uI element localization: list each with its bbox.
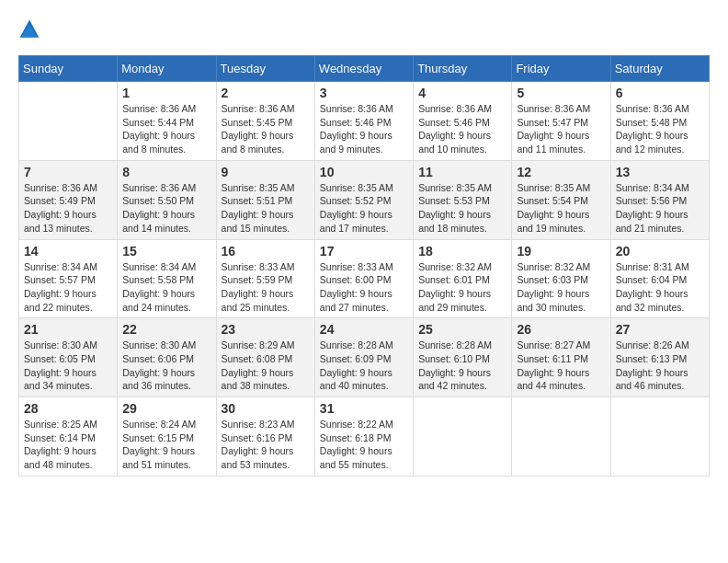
day-info: Sunrise: 8:33 AM Sunset: 5:59 PM Dayligh…	[222, 260, 310, 315]
calendar-cell: 31Sunrise: 8:22 AM Sunset: 6:18 PM Dayli…	[314, 397, 413, 477]
day-number: 29	[122, 401, 210, 416]
calendar-cell: 2Sunrise: 8:36 AM Sunset: 5:45 PM Daylig…	[216, 82, 314, 161]
day-info: Sunrise: 8:35 AM Sunset: 5:54 PM Dayligh…	[517, 181, 605, 236]
calendar-table: SundayMondayTuesdayWednesdayThursdayFrid…	[18, 55, 710, 477]
day-number: 20	[616, 244, 704, 259]
day-info: Sunrise: 8:36 AM Sunset: 5:49 PM Dayligh…	[24, 181, 112, 236]
day-info: Sunrise: 8:30 AM Sunset: 6:05 PM Dayligh…	[24, 339, 112, 393]
week-row-5: 28Sunrise: 8:25 AM Sunset: 6:14 PM Dayli…	[19, 397, 710, 477]
calendar-body: 1Sunrise: 8:36 AM Sunset: 5:44 PM Daylig…	[19, 82, 710, 477]
calendar-cell: 26Sunrise: 8:27 AM Sunset: 6:11 PM Dayli…	[512, 318, 610, 397]
day-info: Sunrise: 8:31 AM Sunset: 6:04 PM Dayligh…	[616, 260, 704, 315]
calendar-cell: 12Sunrise: 8:35 AM Sunset: 5:54 PM Dayli…	[512, 160, 610, 239]
day-info: Sunrise: 8:28 AM Sunset: 6:09 PM Dayligh…	[320, 339, 408, 393]
day-info: Sunrise: 8:23 AM Sunset: 6:16 PM Dayligh…	[222, 418, 310, 472]
logo-icon	[18, 18, 40, 40]
calendar-cell: 8Sunrise: 8:36 AM Sunset: 5:50 PM Daylig…	[118, 160, 216, 239]
day-number: 19	[517, 244, 605, 259]
day-info: Sunrise: 8:34 AM Sunset: 5:57 PM Dayligh…	[24, 260, 112, 315]
day-number: 11	[418, 165, 506, 179]
day-number: 15	[122, 244, 210, 259]
day-number: 21	[24, 322, 112, 337]
day-number: 27	[616, 322, 704, 337]
day-info: Sunrise: 8:36 AM Sunset: 5:50 PM Dayligh…	[122, 181, 210, 236]
week-row-3: 14Sunrise: 8:34 AM Sunset: 5:57 PM Dayli…	[19, 239, 710, 318]
day-info: Sunrise: 8:36 AM Sunset: 5:46 PM Dayligh…	[418, 102, 506, 156]
day-info: Sunrise: 8:34 AM Sunset: 5:56 PM Dayligh…	[616, 181, 704, 236]
weekday-header-thursday: Thursday	[414, 56, 512, 82]
day-number: 13	[616, 165, 704, 179]
calendar-cell: 1Sunrise: 8:36 AM Sunset: 5:44 PM Daylig…	[118, 82, 216, 161]
calendar-cell: 9Sunrise: 8:35 AM Sunset: 5:51 PM Daylig…	[216, 160, 314, 239]
calendar-cell: 16Sunrise: 8:33 AM Sunset: 5:59 PM Dayli…	[216, 239, 314, 318]
day-number: 17	[320, 244, 408, 259]
calendar-cell: 25Sunrise: 8:28 AM Sunset: 6:10 PM Dayli…	[414, 318, 512, 397]
day-number: 18	[418, 244, 506, 259]
day-info: Sunrise: 8:27 AM Sunset: 6:11 PM Dayligh…	[517, 339, 605, 393]
calendar-cell: 6Sunrise: 8:36 AM Sunset: 5:48 PM Daylig…	[610, 82, 709, 161]
day-number: 12	[517, 165, 605, 179]
calendar-cell: 27Sunrise: 8:26 AM Sunset: 6:13 PM Dayli…	[610, 318, 709, 397]
page-header	[18, 18, 710, 40]
day-number: 10	[320, 165, 408, 179]
calendar-cell: 3Sunrise: 8:36 AM Sunset: 5:46 PM Daylig…	[314, 82, 413, 161]
calendar-cell: 10Sunrise: 8:35 AM Sunset: 5:52 PM Dayli…	[314, 160, 413, 239]
calendar-cell	[610, 397, 709, 477]
day-info: Sunrise: 8:28 AM Sunset: 6:10 PM Dayligh…	[418, 339, 506, 393]
day-info: Sunrise: 8:24 AM Sunset: 6:15 PM Dayligh…	[122, 418, 210, 472]
calendar-cell: 30Sunrise: 8:23 AM Sunset: 6:16 PM Dayli…	[216, 397, 314, 477]
day-number: 31	[320, 401, 408, 416]
calendar-cell: 19Sunrise: 8:32 AM Sunset: 6:03 PM Dayli…	[512, 239, 610, 318]
weekday-header-wednesday: Wednesday	[314, 56, 413, 82]
day-number: 5	[517, 86, 605, 100]
calendar-cell: 22Sunrise: 8:30 AM Sunset: 6:06 PM Dayli…	[118, 318, 216, 397]
day-info: Sunrise: 8:36 AM Sunset: 5:44 PM Dayligh…	[122, 102, 210, 156]
calendar-cell: 7Sunrise: 8:36 AM Sunset: 5:49 PM Daylig…	[19, 160, 118, 239]
day-number: 9	[222, 165, 310, 179]
weekday-header-sunday: Sunday	[19, 56, 118, 82]
day-info: Sunrise: 8:30 AM Sunset: 6:06 PM Dayligh…	[122, 339, 210, 393]
day-number: 6	[616, 86, 704, 100]
weekday-header-row: SundayMondayTuesdayWednesdayThursdayFrid…	[19, 56, 710, 82]
calendar-cell	[414, 397, 512, 477]
calendar-cell: 18Sunrise: 8:32 AM Sunset: 6:01 PM Dayli…	[414, 239, 512, 318]
day-number: 28	[24, 401, 112, 416]
day-info: Sunrise: 8:35 AM Sunset: 5:53 PM Dayligh…	[418, 181, 506, 236]
weekday-header-tuesday: Tuesday	[216, 56, 314, 82]
calendar-cell: 14Sunrise: 8:34 AM Sunset: 5:57 PM Dayli…	[19, 239, 118, 318]
week-row-2: 7Sunrise: 8:36 AM Sunset: 5:49 PM Daylig…	[19, 160, 710, 239]
calendar-cell: 17Sunrise: 8:33 AM Sunset: 6:00 PM Dayli…	[314, 239, 413, 318]
day-info: Sunrise: 8:26 AM Sunset: 6:13 PM Dayligh…	[616, 339, 704, 393]
day-info: Sunrise: 8:33 AM Sunset: 6:00 PM Dayligh…	[320, 260, 408, 315]
day-info: Sunrise: 8:35 AM Sunset: 5:51 PM Dayligh…	[222, 181, 310, 236]
day-number: 16	[222, 244, 310, 259]
day-number: 26	[517, 322, 605, 337]
day-info: Sunrise: 8:29 AM Sunset: 6:08 PM Dayligh…	[222, 339, 310, 393]
day-info: Sunrise: 8:22 AM Sunset: 6:18 PM Dayligh…	[320, 418, 408, 472]
calendar-cell: 15Sunrise: 8:34 AM Sunset: 5:58 PM Dayli…	[118, 239, 216, 318]
calendar-cell	[19, 82, 118, 161]
day-number: 3	[320, 86, 408, 100]
calendar-cell: 28Sunrise: 8:25 AM Sunset: 6:14 PM Dayli…	[19, 397, 118, 477]
day-number: 7	[24, 165, 112, 179]
day-number: 2	[222, 86, 310, 100]
day-number: 23	[222, 322, 310, 337]
day-number: 8	[122, 165, 210, 179]
logo	[18, 18, 42, 40]
calendar-cell: 29Sunrise: 8:24 AM Sunset: 6:15 PM Dayli…	[118, 397, 216, 477]
day-number: 4	[418, 86, 506, 100]
calendar-cell: 13Sunrise: 8:34 AM Sunset: 5:56 PM Dayli…	[610, 160, 709, 239]
day-info: Sunrise: 8:36 AM Sunset: 5:46 PM Dayligh…	[320, 102, 408, 156]
day-number: 14	[24, 244, 112, 259]
calendar-cell: 21Sunrise: 8:30 AM Sunset: 6:05 PM Dayli…	[19, 318, 118, 397]
day-info: Sunrise: 8:32 AM Sunset: 6:03 PM Dayligh…	[517, 260, 605, 315]
day-info: Sunrise: 8:25 AM Sunset: 6:14 PM Dayligh…	[24, 418, 112, 472]
day-number: 1	[122, 86, 210, 100]
day-info: Sunrise: 8:35 AM Sunset: 5:52 PM Dayligh…	[320, 181, 408, 236]
day-info: Sunrise: 8:36 AM Sunset: 5:45 PM Dayligh…	[222, 102, 310, 156]
day-number: 22	[122, 322, 210, 337]
calendar-cell	[512, 397, 610, 477]
calendar-cell: 20Sunrise: 8:31 AM Sunset: 6:04 PM Dayli…	[610, 239, 709, 318]
day-info: Sunrise: 8:36 AM Sunset: 5:47 PM Dayligh…	[517, 102, 605, 156]
weekday-header-monday: Monday	[118, 56, 216, 82]
